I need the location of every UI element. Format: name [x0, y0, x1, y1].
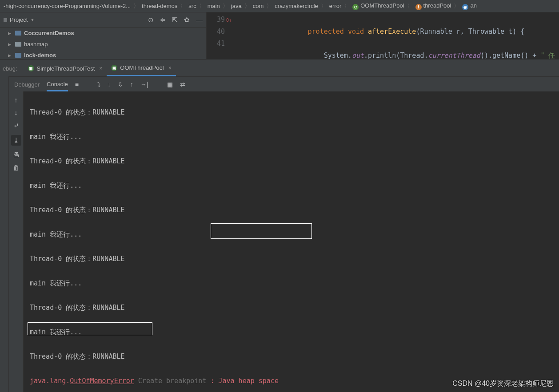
debug-tool-window: ebug: ▣SimpleThreadPoolTest× ▣OOMThreadP…	[0, 59, 559, 392]
step-into-icon[interactable]: ↓	[108, 81, 111, 88]
threads-icon[interactable]: ≡	[75, 81, 79, 88]
settings-icon[interactable]: ✿	[184, 16, 190, 24]
chevron-right-icon: ▶	[8, 53, 12, 58]
tab-label: SimpleThreadPoolTest	[37, 65, 95, 72]
project-label: Project	[10, 16, 28, 23]
breadcrumb-item[interactable]: error	[327, 3, 343, 9]
console-output[interactable]: Thread-0 的状态：RUNNABLE main 我还行... Thread…	[24, 91, 559, 392]
select-opened-file-icon[interactable]: ⊙	[148, 16, 154, 24]
chevron-right-icon: 〉	[453, 2, 460, 10]
chevron-right-icon: 〉	[198, 2, 206, 10]
clear-icon[interactable]: 🗑	[13, 164, 20, 171]
chevron-right-icon: 〉	[132, 2, 140, 10]
step-over-icon[interactable]: ⤵	[97, 81, 100, 88]
module-icon	[15, 31, 21, 36]
anon-icon: ◉	[462, 4, 468, 10]
expand-all-icon[interactable]: ≑	[160, 16, 166, 24]
debug-config-tab[interactable]: ▣OOMThreadPool×	[107, 60, 176, 76]
trace-icon[interactable]: ⇄	[180, 81, 185, 88]
field-icon: f	[415, 4, 422, 10]
project-dropdown[interactable]: Project ▼	[0, 12, 39, 27]
chevron-right-icon: 〉	[406, 2, 414, 10]
scroll-to-end-icon[interactable]: ⤓	[11, 135, 21, 146]
console-toolbar: ↑ ↓ ⤶ ⤓ 🖶 🗑	[9, 91, 24, 392]
breadcrumb-item[interactable]: crazymakercircle	[273, 3, 320, 9]
error-class-link[interactable]: OutOfMemoryError	[70, 377, 134, 385]
chevron-right-icon: ▶	[8, 42, 12, 47]
hide-icon[interactable]: —	[196, 16, 203, 24]
project-icon	[4, 18, 7, 22]
print-icon[interactable]: 🖶	[13, 151, 20, 158]
collapse-all-icon[interactable]: ⇱	[172, 16, 178, 24]
breadcrumb-item[interactable]: ◉an	[460, 2, 478, 10]
chevron-right-icon: 〉	[265, 2, 273, 10]
tree-item[interactable]: ▶CoccurrentDemos	[2, 28, 206, 39]
chevron-right-icon: ▶	[8, 31, 12, 36]
chevron-right-icon: 〉	[244, 2, 251, 10]
debug-subheader: Debugger Console ≡ ⤵ ↓ ⇩ ↑ →| ▦ ⇄	[9, 76, 559, 91]
folder-icon	[15, 42, 21, 47]
breadcrumb-bar: -high-concurrency-core-Programming-Volum…	[0, 0, 559, 12]
chevron-right-icon: 〉	[179, 2, 187, 10]
tree-item-label: hashmap	[24, 41, 48, 48]
chevron-right-icon: 〉	[343, 2, 351, 10]
breadcrumb-item[interactable]: -high-concurrency-core-Programming-Volum…	[2, 3, 132, 9]
debug-title: ebug:	[0, 65, 24, 72]
run-config-icon: ▣	[111, 65, 117, 71]
module-icon	[15, 53, 21, 58]
evaluate-icon[interactable]: ▦	[167, 81, 173, 88]
chevron-down-icon: ▼	[30, 18, 34, 22]
soft-wrap-icon[interactable]: ⤶	[13, 122, 19, 130]
breadcrumb-item[interactable]: thread-demos	[140, 3, 179, 9]
override-icon[interactable]: O↑	[226, 14, 232, 26]
step-out-icon[interactable]: ↑	[130, 81, 133, 88]
close-icon[interactable]: ×	[97, 65, 102, 71]
tab-label: OOMThreadPool	[120, 64, 164, 71]
force-step-into-icon[interactable]: ⇩	[118, 81, 123, 88]
chevron-right-icon: 〉	[320, 2, 327, 10]
close-icon[interactable]: ×	[167, 65, 172, 71]
breadcrumb-item[interactable]: com	[251, 3, 266, 9]
breadcrumb-item[interactable]: java	[229, 3, 244, 9]
breadcrumb-item[interactable]: src	[187, 3, 198, 9]
run-to-cursor-icon[interactable]: →|	[140, 81, 148, 88]
watermark: CSDN @40岁资深老架构师尼恩	[452, 379, 554, 388]
debug-left-stripe	[0, 76, 9, 392]
debugger-tab[interactable]: Debugger	[14, 78, 40, 91]
debug-header: ebug: ▣SimpleThreadPoolTest× ▣OOMThreadP…	[0, 60, 559, 76]
down-icon[interactable]: ↓	[14, 109, 18, 116]
chevron-right-icon: 〉	[222, 2, 229, 10]
class-icon: C	[352, 4, 359, 10]
breadcrumb-item[interactable]: main	[206, 3, 222, 9]
tree-item-label: CoccurrentDemos	[24, 30, 74, 36]
run-config-icon: ▣	[28, 65, 34, 71]
breadcrumb-class[interactable]: COOMThreadPool	[351, 2, 406, 10]
up-icon[interactable]: ↑	[14, 96, 18, 103]
project-tool-window: Project ▼ ⊙ ≑ ⇱ ✿ — ▶CoccurrentDemos ▶ha…	[0, 12, 207, 59]
debug-config-tab[interactable]: ▣SimpleThreadPoolTest×	[24, 60, 107, 76]
tree-item[interactable]: ▶hashmap	[2, 39, 206, 50]
tree-item-label: lock-demos	[24, 52, 56, 59]
console-tab[interactable]: Console	[47, 77, 68, 91]
create-breakpoint-hint[interactable]: Create breakpoint	[138, 377, 207, 385]
breadcrumb-field[interactable]: fthreadPool	[414, 2, 453, 10]
